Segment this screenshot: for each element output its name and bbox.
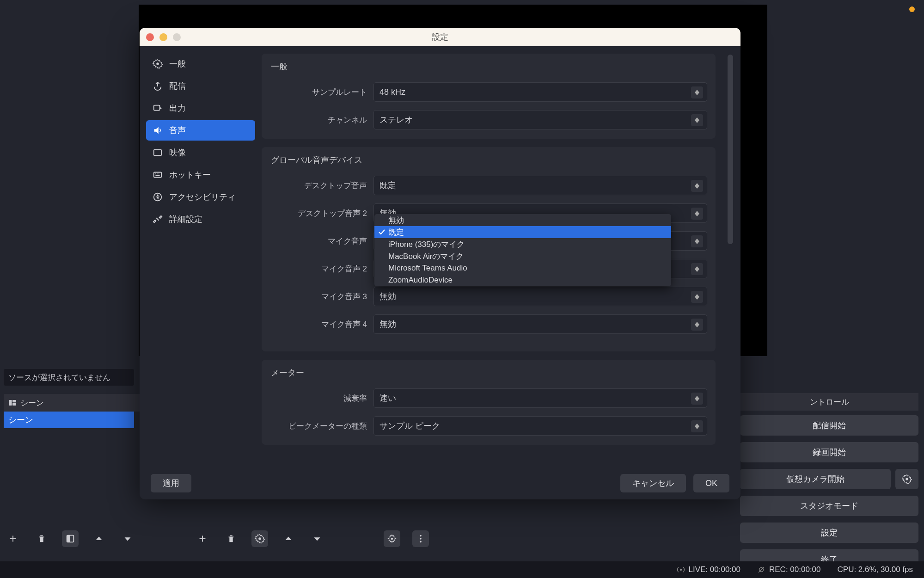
modal-titlebar[interactable]: 設定 bbox=[140, 28, 740, 46]
remove-source-button[interactable] bbox=[223, 530, 239, 547]
sidebar-item-accessibility[interactable]: アクセシビリティ bbox=[146, 187, 255, 207]
scrollbar-thumb[interactable] bbox=[728, 55, 733, 244]
remove-scene-button[interactable] bbox=[33, 530, 50, 547]
updown-icon bbox=[691, 263, 703, 275]
dropdown-option[interactable]: MacBook Airのマイク bbox=[374, 250, 671, 262]
channels-select[interactable]: ステレオ bbox=[373, 110, 707, 129]
status-rec-text: REC: 00:00:00 bbox=[769, 565, 821, 574]
mixer-more-button[interactable] bbox=[412, 530, 429, 547]
svg-point-5 bbox=[258, 537, 261, 540]
start-record-button[interactable]: 録画開始 bbox=[740, 442, 918, 462]
broadcast-icon bbox=[677, 566, 685, 574]
sources-toolbar bbox=[194, 527, 325, 550]
controls-panel-header[interactable]: ントロール bbox=[740, 393, 918, 411]
add-scene-button[interactable] bbox=[5, 530, 21, 547]
cancel-button[interactable]: キャンセル bbox=[620, 474, 686, 492]
dropdown-option[interactable]: iPhone (335)のマイク bbox=[374, 238, 671, 250]
updown-icon bbox=[691, 180, 703, 192]
mic-audio-3-select[interactable]: 無効 bbox=[373, 287, 707, 306]
mic-audio-4-select[interactable]: 無効 bbox=[373, 314, 707, 334]
desktop-audio-2-label: デスクトップ音声 2 bbox=[270, 208, 367, 219]
notification-dot-icon bbox=[909, 6, 915, 12]
virtual-camera-button[interactable]: 仮想カメラ開始 bbox=[740, 469, 891, 489]
peak-meter-type-label: ピークメーターの種類 bbox=[270, 421, 367, 431]
settings-modal: 設定 一般 配信 出力 音声 映像 bbox=[140, 28, 740, 499]
studio-mode-button[interactable]: スタジオモード bbox=[740, 496, 918, 516]
desktop-audio-select[interactable]: 既定 bbox=[373, 176, 707, 195]
source-settings-button[interactable] bbox=[251, 530, 268, 547]
group-global-audio: グローバル音声デバイス デスクトップ音声 既定 デスクトップ音声 2 無効 bbox=[262, 147, 716, 351]
group-title: 一般 bbox=[270, 61, 707, 72]
peak-meter-type-select[interactable]: サンプル ピーク bbox=[373, 416, 707, 436]
mixer-settings-button[interactable] bbox=[384, 530, 400, 547]
record-off-icon bbox=[757, 566, 765, 574]
svg-rect-17 bbox=[154, 172, 162, 178]
dropdown-option[interactable]: 既定 bbox=[374, 226, 671, 238]
status-live-text: LIVE: 00:00:00 bbox=[689, 565, 740, 574]
window-maximize-button[interactable] bbox=[173, 33, 181, 41]
window-minimize-button[interactable] bbox=[159, 33, 167, 41]
svg-rect-1 bbox=[12, 400, 16, 402]
svg-rect-4 bbox=[67, 535, 70, 542]
updown-icon bbox=[691, 319, 703, 331]
svg-point-8 bbox=[420, 538, 422, 540]
sidebar-item-output[interactable]: 出力 bbox=[146, 98, 255, 118]
sidebar-item-stream[interactable]: 配信 bbox=[146, 76, 255, 96]
mic-audio-4-label: マイク音声 4 bbox=[270, 319, 367, 330]
start-stream-button[interactable]: 配信開始 bbox=[740, 415, 918, 436]
sample-rate-select[interactable]: 48 kHz bbox=[373, 82, 707, 102]
status-cpu-text: CPU: 2.6%, 30.00 fps bbox=[838, 565, 913, 574]
mixer-toolbar bbox=[384, 527, 429, 550]
apply-button[interactable]: 適用 bbox=[151, 474, 191, 492]
virtual-camera-settings-button[interactable] bbox=[895, 469, 918, 489]
scene-item-label: シーン bbox=[8, 414, 33, 425]
status-rec: REC: 00:00:00 bbox=[757, 565, 821, 574]
select-value: 既定 bbox=[379, 180, 396, 191]
group-meters: メーター 減衰率 速い ピークメーターの種類 サンプル ピーク bbox=[262, 360, 716, 445]
mic-audio-2-label: マイク音声 2 bbox=[270, 264, 367, 274]
svg-point-19 bbox=[157, 173, 158, 174]
select-value: 無効 bbox=[379, 319, 396, 330]
mic-audio-label: マイク音声 bbox=[270, 236, 367, 246]
ok-button[interactable]: OK bbox=[693, 474, 729, 492]
panels-icon bbox=[8, 399, 17, 407]
settings-form: 一般 サンプルレート 48 kHz チャンネル ステレオ bbox=[262, 54, 719, 467]
form-scrollbar[interactable] bbox=[728, 54, 734, 467]
svg-point-18 bbox=[155, 173, 156, 174]
scene-move-down-button[interactable] bbox=[119, 530, 136, 547]
decay-rate-label: 減衰率 bbox=[270, 393, 367, 404]
select-value: サンプル ピーク bbox=[379, 420, 440, 431]
decay-rate-select[interactable]: 速い bbox=[373, 388, 707, 408]
dropdown-option[interactable]: 無効 bbox=[374, 214, 671, 226]
updown-icon bbox=[691, 393, 703, 405]
add-source-button[interactable] bbox=[194, 530, 211, 547]
scene-move-up-button[interactable] bbox=[91, 530, 107, 547]
svg-rect-16 bbox=[154, 150, 162, 156]
scene-filter-button[interactable] bbox=[62, 530, 79, 547]
scenes-header-label: シーン bbox=[20, 398, 44, 408]
mic-audio-dropdown[interactable]: 無効 既定 iPhone (335)のマイク MacBook Airのマイク M… bbox=[374, 214, 671, 286]
dropdown-option[interactable]: Microsoft Teams Audio bbox=[374, 262, 671, 274]
dropdown-option[interactable]: ZoomAudioDevice bbox=[374, 274, 671, 286]
sidebar-item-label: アクセシビリティ bbox=[169, 191, 236, 203]
svg-point-7 bbox=[420, 535, 422, 537]
scene-list-item[interactable]: シーン bbox=[4, 412, 134, 428]
settings-button[interactable]: 設定 bbox=[740, 523, 918, 543]
svg-point-14 bbox=[156, 62, 159, 65]
status-live: LIVE: 00:00:00 bbox=[677, 565, 740, 574]
svg-point-6 bbox=[391, 538, 393, 540]
sidebar-item-audio[interactable]: 音声 bbox=[146, 120, 255, 141]
source-move-down-button[interactable] bbox=[309, 530, 325, 547]
window-close-button[interactable] bbox=[146, 33, 154, 41]
sidebar-item-video[interactable]: 映像 bbox=[146, 142, 255, 163]
desktop-audio-label: デスクトップ音声 bbox=[270, 180, 367, 191]
sidebar-item-label: 配信 bbox=[169, 80, 186, 92]
sidebar-item-advanced[interactable]: 詳細設定 bbox=[146, 209, 255, 229]
updown-icon bbox=[691, 420, 703, 432]
sidebar-item-hotkeys[interactable]: ホットキー bbox=[146, 165, 255, 185]
updown-icon bbox=[691, 235, 703, 247]
sidebar-item-general[interactable]: 一般 bbox=[146, 54, 255, 74]
controls-panel: ントロール 配信開始 録画開始 仮想カメラ開始 スタジオモード 設定 終了 bbox=[740, 393, 918, 570]
svg-point-23 bbox=[157, 195, 159, 197]
source-move-up-button[interactable] bbox=[280, 530, 297, 547]
